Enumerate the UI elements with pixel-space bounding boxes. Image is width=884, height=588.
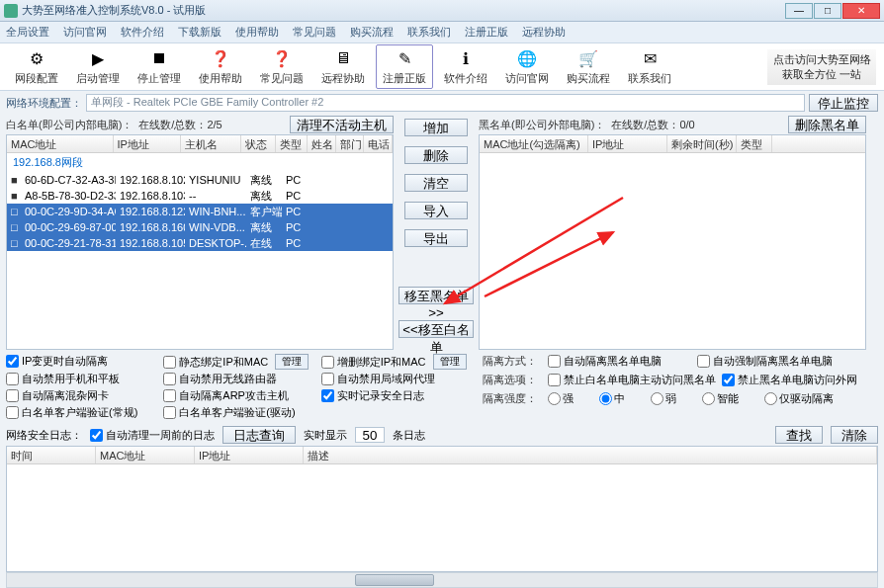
options-area: IP变更时自动隔离静态绑定IP和MAC管理增删绑定IP和MAC管理自动禁用手机和… — [0, 350, 884, 424]
close-button[interactable]: ✕ — [842, 3, 880, 19]
scrollbar-thumb[interactable] — [355, 574, 434, 586]
log-query-button[interactable]: 日志查询 — [222, 426, 296, 444]
option-checkbox[interactable]: 自动禁用局域网代理 — [321, 372, 475, 386]
block-white-to-black-checkbox[interactable]: 禁止白名单电脑主动访问黑名单 — [548, 373, 716, 387]
table-row[interactable]: □00-0C-29-69-87-00192.168.8.160WIN-VDB..… — [7, 219, 393, 235]
network-adapter-select[interactable]: 单网段 - Realtek PCIe GBE Family Controller… — [86, 94, 805, 112]
option-checkbox[interactable]: IP变更时自动隔离 — [6, 354, 159, 369]
tool-remote-icon: 🖥 — [332, 47, 354, 69]
tool-help-icon: ❓ — [210, 47, 231, 69]
whitelist-panel: 白名单(即公司内部电脑)： 在线数/总数：2/5 清理不活动主机 MAC地址 I… — [6, 115, 394, 350]
log-label: 网络安全日志： — [6, 428, 82, 443]
titlebar: 大势至网络准入控制系统V8.0 - 试用版 — □ ✕ — [0, 0, 884, 22]
transfer-buttons: 增加 删除 清空 导入 导出 移至黑名单>> <<移至白名单 — [398, 115, 475, 350]
tool-start-manage-icon: ▶ — [87, 47, 109, 69]
option-checkbox[interactable]: 静态绑定IP和MAC管理 — [163, 354, 316, 370]
whitelist-label: 白名单(即公司内部电脑)： — [6, 118, 133, 132]
stop-monitor-button[interactable]: 停止监控 — [809, 94, 878, 112]
app-icon — [4, 4, 18, 18]
auto-clean-log-checkbox[interactable]: 自动清理一周前的日志 — [90, 428, 215, 443]
delete-blacklist-button[interactable]: 删除黑名单 — [788, 116, 866, 133]
tool-stop-manage-icon: ⏹ — [148, 47, 170, 69]
strength-strong-radio[interactable]: 强 — [548, 391, 574, 406]
clear-inactive-button[interactable]: 清理不活动主机 — [290, 116, 394, 133]
horizontal-scrollbar[interactable] — [6, 572, 878, 588]
manage-button-2[interactable]: 管理 — [433, 354, 467, 370]
strength-weak-radio[interactable]: 弱 — [651, 391, 676, 406]
table-row[interactable]: ■A8-5B-78-30-D2-33192.168.8.103--离线PC — [7, 188, 393, 204]
network-row: 网络环境配置： 单网段 - Realtek PCIe GBE Family Co… — [0, 91, 884, 115]
menu-register[interactable]: 注册正版 — [465, 25, 508, 40]
whitelist-header: MAC地址 IP地址 主机名 状态 类型 姓名 部门 电话 — [7, 135, 393, 153]
blacklist-panel: 黑名单(即公司外部电脑)： 在线数/总数：0/0 删除黑名单 MAC地址(勾选隔… — [479, 115, 866, 350]
menu-contact[interactable]: 联系我们 — [407, 25, 451, 40]
pc-icon: ■ — [7, 174, 21, 186]
menu-download[interactable]: 下载新版 — [178, 25, 221, 40]
window-title: 大势至网络准入控制系统V8.0 - 试用版 — [22, 3, 784, 18]
table-row[interactable]: ■60-6D-C7-32-A3-3F192.168.8.102YISHUNIU离… — [7, 172, 393, 188]
tool-start-manage[interactable]: ▶启动管理 — [69, 45, 127, 88]
main-area: 白名单(即公司内部电脑)： 在线数/总数：2/5 清理不活动主机 MAC地址 I… — [0, 115, 884, 350]
option-checkbox[interactable]: 自动隔离ARP攻击主机 — [163, 388, 316, 403]
option-checkbox[interactable]: 自动禁用无线路由器 — [163, 372, 316, 386]
table-row[interactable]: □00-0C-29-9D-34-AC192.168.8.122WIN-BNH..… — [7, 204, 393, 219]
tool-faq-icon: ❓ — [271, 47, 293, 69]
tool-contact[interactable]: ✉联系我们 — [621, 45, 678, 88]
menu-purchase[interactable]: 购买流程 — [350, 25, 394, 40]
tool-purchase[interactable]: 🛒购买流程 — [560, 45, 617, 88]
maximize-button[interactable]: □ — [814, 3, 841, 19]
menu-help[interactable]: 使用帮助 — [235, 25, 279, 40]
strength-driver-radio[interactable]: 仅驱动隔离 — [764, 391, 834, 406]
tool-purchase-icon: 🛒 — [577, 47, 599, 69]
toolbar: ⚙网段配置▶启动管理⏹停止管理❓使用帮助❓常见问题🖥远程协助✎注册正版ℹ软件介绍… — [0, 43, 884, 91]
option-checkbox[interactable]: 白名单客户端验证(驱动) — [163, 405, 316, 420]
blacklist-table: MAC地址(勾选隔离) IP地址 剩余时间(秒) 类型 — [479, 134, 866, 350]
menu-website[interactable]: 访问官网 — [63, 25, 107, 40]
option-checkbox[interactable]: 白名单客户端验证(常规) — [6, 405, 159, 420]
export-button[interactable]: 导出 — [404, 229, 468, 247]
manage-button[interactable]: 管理 — [275, 354, 309, 370]
option-checkbox[interactable]: 自动禁用手机和平板 — [6, 372, 159, 386]
menubar: 全局设置 访问官网 软件介绍 下载新版 使用帮助 常见问题 购买流程 联系我们 … — [0, 22, 884, 43]
delete-button[interactable]: 删除 — [404, 146, 468, 164]
option-checkbox[interactable]: 实时记录安全日志 — [321, 388, 475, 403]
minimize-button[interactable]: — — [785, 3, 813, 19]
strength-mid-radio[interactable]: 中 — [599, 391, 625, 406]
log-count-input[interactable] — [355, 427, 385, 443]
blacklist-label: 黑名单(即公司外部电脑)： — [479, 118, 605, 132]
tool-about-icon: ℹ — [455, 47, 477, 69]
pc-icon: ■ — [7, 190, 21, 202]
tool-stop-manage[interactable]: ⏹停止管理 — [131, 45, 188, 88]
tool-segment-config[interactable]: ⚙网段配置 — [8, 45, 65, 88]
tool-remote[interactable]: 🖥远程协助 — [314, 45, 372, 88]
menu-faq[interactable]: 常见问题 — [293, 25, 336, 40]
menu-remote[interactable]: 远程协助 — [522, 25, 566, 40]
import-button[interactable]: 导入 — [404, 202, 468, 219]
add-button[interactable]: 增加 — [404, 119, 468, 136]
menu-about[interactable]: 软件介绍 — [121, 25, 164, 40]
pc-icon: □ — [7, 206, 21, 217]
clear-button[interactable]: 清空 — [404, 174, 468, 192]
tool-register[interactable]: ✎注册正版 — [376, 44, 433, 89]
log-find-button[interactable]: 查找 — [775, 426, 823, 444]
log-bar: 网络安全日志： 自动清理一周前的日志 日志查询 实时显示 条日志 查找 清除 — [0, 424, 884, 446]
option-checkbox[interactable]: 增删绑定IP和MAC管理 — [321, 354, 475, 370]
log-clear-button[interactable]: 清除 — [831, 426, 878, 444]
force-isolate-black-checkbox[interactable]: 自动强制隔离黑名单电脑 — [697, 354, 833, 369]
tool-segment-config-icon: ⚙ — [26, 47, 47, 69]
tool-about[interactable]: ℹ软件介绍 — [437, 45, 494, 88]
table-row[interactable]: □00-0C-29-21-78-31192.168.8.105DESKTOP-.… — [7, 235, 393, 251]
option-checkbox[interactable]: 自动隔离混杂网卡 — [6, 388, 159, 403]
tool-faq[interactable]: ❓常见问题 — [253, 45, 310, 88]
pc-icon: □ — [7, 237, 21, 249]
auto-isolate-black-checkbox[interactable]: 自动隔离黑名单电脑 — [548, 354, 662, 369]
strength-smart-radio[interactable]: 智能 — [702, 391, 739, 406]
tool-website[interactable]: 🌐访问官网 — [498, 45, 556, 88]
move-to-blacklist-button[interactable]: 移至黑名单>> — [398, 287, 474, 304]
move-to-whitelist-button[interactable]: <<移至白名单 — [398, 320, 474, 338]
banner[interactable]: 点击访问大势至网络 获取全方位 一站 — [767, 49, 876, 85]
menu-global[interactable]: 全局设置 — [6, 25, 49, 40]
subnet-row[interactable]: 192.168.8网段 — [7, 153, 393, 172]
tool-help[interactable]: ❓使用帮助 — [192, 45, 249, 88]
block-black-external-checkbox[interactable]: 禁止黑名单电脑访问外网 — [722, 373, 857, 387]
